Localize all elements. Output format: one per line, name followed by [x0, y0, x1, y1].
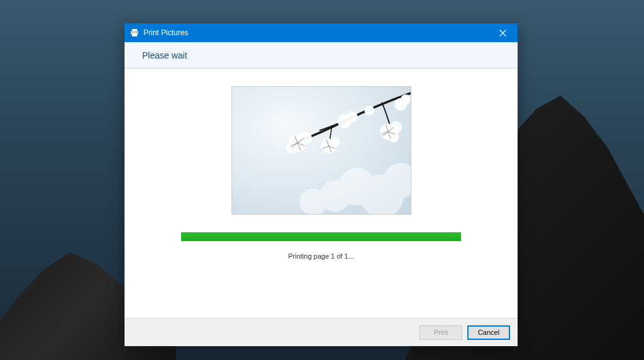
svg-point-16 — [387, 131, 399, 142]
content-area: Printing page 1 of 1... — [125, 69, 518, 318]
progress-bar — [181, 232, 461, 241]
printer-icon — [130, 28, 140, 38]
svg-point-8 — [299, 132, 312, 144]
print-preview-thumbnail — [231, 86, 411, 215]
subtitle-bar: Please wait — [125, 42, 518, 69]
svg-point-3 — [136, 31, 138, 33]
svg-point-19 — [364, 106, 374, 116]
dialog-title: Print Pictures — [143, 28, 490, 37]
svg-point-13 — [346, 111, 357, 123]
cancel-button[interactable]: Cancel — [467, 325, 510, 340]
svg-rect-2 — [132, 33, 137, 37]
status-text: Printing page 1 of 1... — [288, 252, 354, 260]
svg-point-18 — [401, 94, 411, 104]
close-button[interactable] — [490, 24, 515, 42]
svg-point-11 — [330, 137, 340, 147]
progress-bar-fill — [181, 232, 461, 241]
print-button: Print — [419, 325, 462, 340]
subtitle-text: Please wait — [142, 50, 187, 60]
button-bar: Print Cancel — [125, 318, 518, 346]
title-bar: Print Pictures — [125, 23, 518, 42]
print-pictures-dialog: Print Pictures Please wait — [125, 23, 518, 346]
